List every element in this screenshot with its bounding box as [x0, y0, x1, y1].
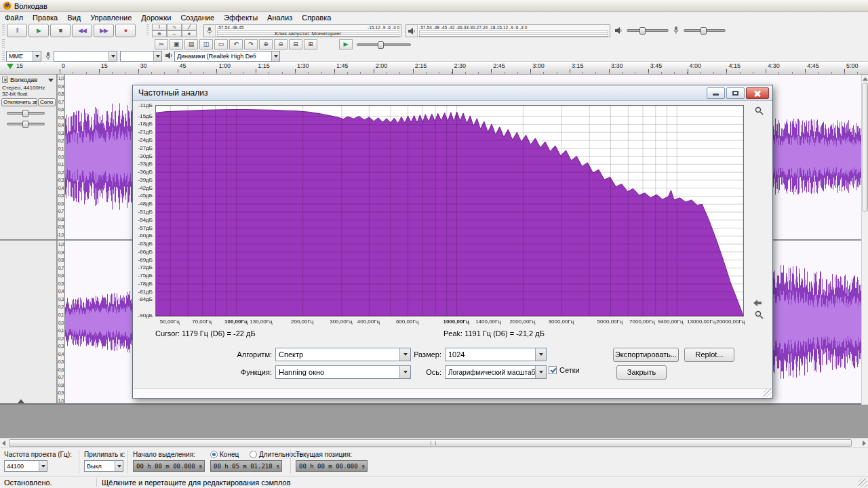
menu-item-3[interactable]: Вид — [62, 13, 85, 22]
spectrum-plot[interactable] — [155, 105, 744, 317]
zoom-out-icon[interactable]: ⊖ — [274, 39, 288, 49]
playhead-triangle-icon[interactable] — [7, 64, 14, 69]
zoom-tool-button[interactable]: ⊕ — [152, 30, 167, 37]
pause-button[interactable]: ‖ — [7, 24, 27, 37]
playback-meter[interactable]: -57-54 -48 -45 -42 -36-33-30-27-24 -18-1… — [406, 24, 610, 37]
resize-grip-icon[interactable] — [859, 479, 867, 487]
amplitude-label: 0,7 — [58, 266, 64, 270]
snap-to-dropdown[interactable]: Выкл — [84, 460, 123, 472]
multi-tool-button[interactable]: ∗ — [182, 30, 197, 37]
scroll-right-icon[interactable] — [863, 441, 866, 446]
input-volume-thumb[interactable] — [701, 27, 707, 35]
paste-icon[interactable]: ▤ — [184, 39, 198, 49]
track-close-icon[interactable] — [2, 77, 8, 83]
axis-dropdown[interactable]: Логарифмический масштаб — [445, 365, 547, 379]
dialog-titlebar[interactable]: Частотный анализ — [133, 85, 772, 101]
selection-end-field[interactable]: 00 h 05 m 01.218 s — [210, 460, 282, 472]
grab-arrow-icon[interactable] — [753, 300, 762, 306]
draw-tool-button[interactable]: ╱ — [182, 24, 197, 30]
dialog-close-button[interactable]: Закрыть — [616, 365, 667, 380]
radio-selected-icon[interactable] — [210, 451, 218, 458]
radio-icon[interactable] — [250, 451, 257, 458]
horizontal-scroll-thumb[interactable] — [9, 439, 852, 447]
trim-icon[interactable]: ◫ — [199, 39, 213, 49]
menu-item-2[interactable]: Правка — [28, 13, 62, 22]
export-button[interactable]: Экспортировать... — [613, 348, 679, 362]
horizontal-scrollbar[interactable] — [0, 438, 868, 447]
minimize-button[interactable] — [707, 87, 725, 99]
vertical-scroll-thumb[interactable] — [863, 83, 868, 211]
play-speed-thumb[interactable] — [378, 41, 384, 49]
cut-icon[interactable]: ✂ — [155, 39, 168, 49]
length-radio[interactable]: Длительность — [250, 451, 303, 458]
stop-button[interactable]: ■ — [50, 24, 71, 37]
input-device-dropdown[interactable] — [54, 51, 117, 62]
gain-thumb[interactable] — [22, 110, 28, 117]
toolbar-gripper[interactable] — [2, 51, 5, 60]
algorithm-dropdown[interactable]: Спектр — [275, 348, 411, 361]
timeline-ruler[interactable]: 1501530451:001:151:301:452:002:152:302:4… — [0, 62, 868, 75]
record-button[interactable]: ● — [115, 24, 136, 37]
input-channels-dropdown[interactable] — [120, 51, 162, 62]
maximize-button[interactable] — [726, 87, 745, 99]
resize-grip-icon[interactable] — [764, 389, 772, 397]
audio-host-dropdown[interactable]: MME — [6, 51, 41, 62]
function-dropdown[interactable]: Hanning окно — [275, 365, 411, 379]
play-speed-slider[interactable] — [357, 43, 411, 46]
stop-button-glyph: ■ — [59, 27, 62, 34]
toolbar-gripper[interactable] — [146, 24, 149, 37]
menu-item-4[interactable]: Управление — [85, 13, 136, 22]
size-dropdown[interactable]: 1024 — [445, 348, 547, 361]
toolbar-gripper[interactable] — [2, 39, 5, 49]
recording-meter-body[interactable]: -57-54 -48-45 -15-12 -9 -6 -3 0 Клик зап… — [216, 25, 401, 37]
timeshift-tool-button[interactable]: ↔ — [167, 30, 182, 37]
selection-tool-button[interactable]: I — [152, 24, 167, 30]
pan-thumb[interactable] — [22, 121, 28, 128]
amplitude-label: 0,4 — [58, 123, 64, 127]
selection-start-field[interactable]: 00 h 00 m 00.000 s — [133, 460, 205, 472]
menu-item-9[interactable]: Справка — [297, 13, 336, 22]
grids-checkbox[interactable]: Сетки — [549, 366, 580, 374]
playback-meter-body[interactable]: -57-54 -48 -45 -42 -36-33-30-27-24 -18-1… — [418, 25, 610, 37]
forward-button[interactable]: ▶▶ — [94, 24, 114, 37]
checkbox-checked-icon[interactable] — [549, 366, 557, 374]
fit-selection-icon[interactable]: ⊟ — [289, 39, 302, 49]
project-rate-dropdown[interactable]: 44100 — [4, 460, 47, 472]
rewind-button[interactable]: ◀◀ — [72, 24, 92, 37]
menu-item-6[interactable]: Создание — [176, 13, 219, 22]
fit-project-icon[interactable]: ⊞ — [304, 39, 317, 49]
output-device-dropdown[interactable]: Динамики (Realtek High Defi — [174, 51, 280, 62]
close-icon[interactable] — [746, 87, 769, 99]
track-title[interactable]: Волкодав — [10, 77, 37, 83]
menu-item-8[interactable]: Анализ — [262, 13, 297, 22]
redo-icon[interactable]: ↷ — [244, 39, 258, 49]
output-volume-slider[interactable] — [627, 29, 669, 32]
end-radio[interactable]: Конец — [210, 451, 239, 458]
copy-icon[interactable]: ▣ — [170, 39, 183, 49]
play-at-speed-button[interactable]: ▶ — [339, 39, 353, 49]
toolbar-gripper[interactable] — [2, 24, 5, 37]
undo-icon[interactable]: ↶ — [229, 39, 243, 49]
input-volume-slider[interactable] — [684, 29, 726, 32]
silence-icon[interactable]: ▭ — [214, 39, 228, 49]
zoom-in-icon[interactable]: ⊕ — [259, 39, 273, 49]
gain-slider[interactable] — [7, 112, 45, 115]
magnifier-icon[interactable] — [755, 106, 764, 115]
play-button[interactable]: ▶ — [28, 24, 49, 37]
current-position-field[interactable]: 00 h 00 m 00.000 s — [296, 460, 368, 472]
envelope-tool-button[interactable]: ∿ — [167, 24, 182, 30]
track-menu-chevron-icon[interactable] — [48, 79, 54, 82]
scroll-left-icon[interactable] — [2, 441, 5, 446]
vertical-scrollbar[interactable] — [861, 75, 868, 438]
recording-meter[interactable]: -57-54 -48-45 -15-12 -9 -6 -3 0 Клик зап… — [203, 24, 401, 37]
menu-item-1[interactable]: Файл — [0, 13, 28, 22]
menu-item-7[interactable]: Эффекты — [219, 13, 262, 22]
menu-item-5[interactable]: Дорожки — [136, 13, 176, 22]
scroll-up-icon[interactable] — [863, 77, 868, 81]
solo-button[interactable]: Соло — [38, 98, 56, 106]
pan-slider[interactable] — [7, 123, 45, 125]
output-volume-thumb[interactable] — [639, 27, 646, 35]
magnifier-icon[interactable] — [755, 310, 764, 319]
mute-button[interactable]: Отключить звук — [1, 98, 37, 106]
replot-button[interactable]: Replot... — [684, 348, 734, 362]
